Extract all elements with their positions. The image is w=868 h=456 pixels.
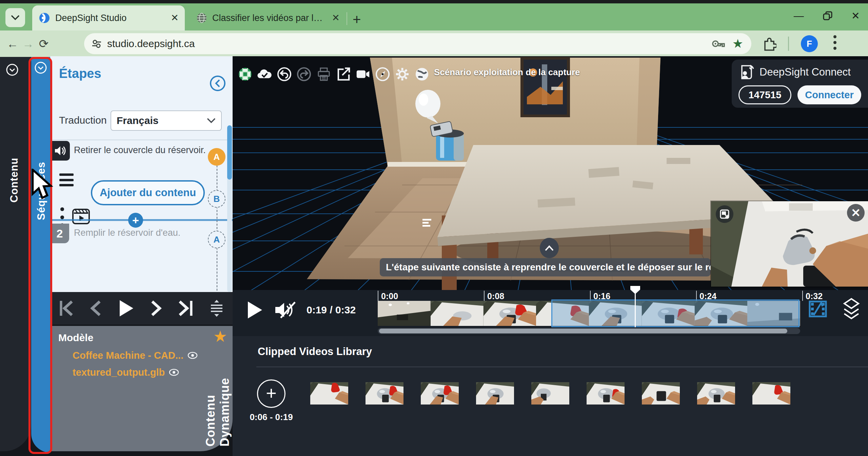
- step-marker-b[interactable]: B: [208, 190, 225, 208]
- password-key-icon[interactable]: [711, 39, 726, 49]
- globe-icon[interactable]: [414, 66, 430, 82]
- browser-titlebar: DeepSight Studio ✕ Classifier les vidéos…: [0, 3, 868, 30]
- playback-speed-icon[interactable]: [209, 299, 224, 317]
- restore-button[interactable]: [823, 11, 832, 21]
- add-clip-button[interactable]: +: [257, 379, 285, 408]
- site-settings-icon[interactable]: [91, 38, 102, 49]
- environment-sphere-icon[interactable]: [237, 66, 253, 82]
- step-marker-a[interactable]: A: [208, 231, 225, 248]
- connect-button[interactable]: Connecter: [797, 85, 861, 104]
- skip-first-button[interactable]: [58, 299, 75, 317]
- sidebar-contenu-label[interactable]: Contenu: [8, 81, 20, 203]
- sidebar-contenu[interactable]: Contenu: [0, 57, 31, 451]
- play-steps-button[interactable]: [117, 299, 135, 318]
- speaker-icon: [54, 145, 66, 156]
- next-step-button[interactable]: [150, 299, 162, 317]
- trim-clip-icon[interactable]: [808, 299, 827, 319]
- step-2-text[interactable]: Remplir le réservoir d'eau.: [74, 228, 180, 238]
- eye-icon[interactable]: [169, 369, 179, 376]
- sidebar-sequences-label[interactable]: Séquences: [35, 78, 47, 220]
- play-video-button[interactable]: [246, 300, 263, 320]
- library-clip-thumbnail[interactable]: [476, 382, 514, 405]
- tab-search-button[interactable]: [5, 8, 25, 27]
- sidebar-sequences[interactable]: Séquences: [31, 57, 50, 453]
- scrollbar-thumb[interactable]: [379, 329, 787, 333]
- video-camera-icon[interactable]: [355, 66, 371, 82]
- undo-icon[interactable]: [277, 66, 292, 82]
- dynamic-content-label[interactable]: Contenu Dynamique: [203, 341, 232, 447]
- reload-button[interactable]: ⟳: [36, 37, 52, 50]
- layers-icon[interactable]: [842, 297, 861, 320]
- scrollbar-thumb[interactable]: [227, 125, 232, 180]
- tab-classifier-videos[interactable]: Classifier les vidéos par le Studi ✕: [190, 5, 346, 30]
- library-clip-thumbnail[interactable]: [752, 382, 790, 405]
- show-steps-drawer-button[interactable]: [540, 238, 559, 258]
- language-select[interactable]: Français: [111, 110, 222, 131]
- viewport-3d[interactable]: Scénario exploitation de la capture Deep…: [233, 56, 868, 290]
- new-tab-button[interactable]: +: [353, 12, 361, 28]
- library-clip-thumbnail[interactable]: [366, 382, 403, 405]
- tab-title: DeepSight Studio: [55, 13, 166, 23]
- minimize-button[interactable]: —: [794, 11, 804, 21]
- collapse-circle-icon[interactable]: [5, 63, 19, 77]
- library-clip-thumbnail[interactable]: [421, 382, 459, 405]
- compass-icon[interactable]: [375, 66, 390, 82]
- url-text[interactable]: studio.deepsight.ca: [107, 38, 711, 49]
- drag-handle-icon[interactable]: [59, 173, 74, 186]
- insert-step-button[interactable]: +: [128, 213, 143, 228]
- scenario-title: Scénario exploitation de la capture: [434, 67, 580, 78]
- cloud-saved-icon[interactable]: [257, 66, 272, 82]
- playhead[interactable]: [635, 287, 636, 327]
- browser-menu-icon[interactable]: [833, 35, 836, 50]
- timeline-frame[interactable]: [484, 301, 536, 326]
- timeline-frame[interactable]: [378, 301, 431, 326]
- redo-icon[interactable]: [296, 66, 312, 82]
- skip-last-button[interactable]: [178, 299, 194, 317]
- forward-button[interactable]: →: [20, 37, 36, 50]
- steps-scrollbar[interactable]: [227, 125, 232, 292]
- tab-separator: [347, 12, 347, 25]
- pip-video-frame: [711, 201, 868, 287]
- bookmark-star-icon[interactable]: ★: [732, 37, 743, 51]
- library-clip-thumbnail[interactable]: [310, 382, 348, 405]
- timeline-selection[interactable]: [551, 299, 800, 327]
- profile-avatar[interactable]: F: [801, 35, 818, 52]
- pip-expand-button[interactable]: [716, 205, 733, 223]
- step-1-text[interactable]: Retirer le couvercle du réservoir.: [74, 145, 206, 156]
- toolbar-separator: [788, 37, 789, 51]
- back-button[interactable]: ←: [5, 37, 20, 50]
- tab-close-icon[interactable]: ✕: [171, 13, 179, 23]
- previous-step-button[interactable]: [90, 299, 102, 317]
- eye-icon[interactable]: [188, 352, 198, 359]
- collapse-circle-icon[interactable]: [34, 61, 47, 75]
- print-icon[interactable]: [316, 66, 331, 82]
- close-window-button[interactable]: ✕: [851, 11, 860, 21]
- video-clip-icon[interactable]: [71, 207, 91, 226]
- model-file-link[interactable]: textured_output.glb: [73, 364, 198, 381]
- tab-close-icon[interactable]: ✕: [332, 13, 340, 23]
- marker-connector-line: [217, 165, 217, 291]
- step-audio-button[interactable]: [50, 141, 70, 161]
- model-panel-title: Modèle: [58, 332, 93, 344]
- library-clip-thumbnail[interactable]: [697, 382, 735, 405]
- share-export-icon[interactable]: [336, 66, 351, 82]
- library-clip-thumbnail[interactable]: [642, 382, 680, 405]
- step-marker-a[interactable]: A: [208, 148, 225, 166]
- library-clip-thumbnail[interactable]: [531, 382, 569, 405]
- timeline-scrollbar[interactable]: [378, 328, 800, 334]
- model-panel: Modèle Coffee Machine - CAD...textured_o…: [50, 326, 233, 451]
- mute-icon[interactable]: [273, 300, 297, 320]
- pip-close-button[interactable]: ✕: [847, 204, 865, 222]
- tab-deepsight-studio[interactable]: DeepSight Studio ✕: [32, 5, 185, 30]
- pip-video[interactable]: ✕: [711, 201, 868, 287]
- address-bar[interactable]: studio.deepsight.ca ★: [84, 33, 751, 54]
- marker-rail: ABA: [208, 56, 226, 292]
- divider: [256, 367, 868, 367]
- extensions-icon[interactable]: [762, 37, 776, 51]
- model-file-link[interactable]: Coffee Machine - CAD...: [73, 347, 198, 364]
- timeline-frame[interactable]: [431, 301, 484, 326]
- library-clip-thumbnail[interactable]: [587, 382, 625, 405]
- settings-gear-icon[interactable]: [395, 66, 410, 82]
- connect-code: 147515: [738, 85, 791, 104]
- add-content-button[interactable]: Ajouter du contenu: [91, 180, 205, 205]
